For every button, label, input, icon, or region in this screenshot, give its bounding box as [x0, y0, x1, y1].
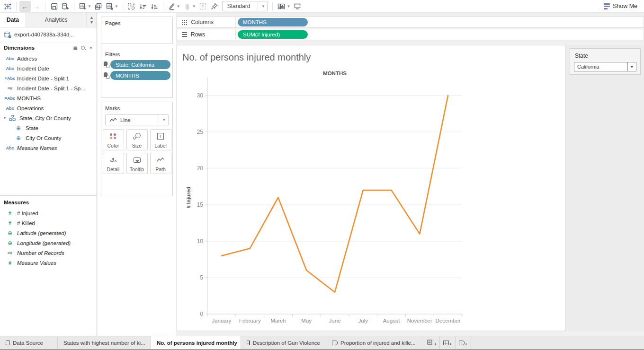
svg-text:March: March	[270, 318, 286, 324]
hierarchy-field-row[interactable]: ▼ State, City Or County	[0, 113, 97, 123]
tab-description-of-gun-violence[interactable]: Description of Gun Violence	[241, 336, 326, 349]
hierarchy-icon	[9, 115, 16, 121]
tab-no-of-persons-injured-monthly[interactable]: No. of persons injured monthly	[151, 336, 241, 349]
new-dashboard-tab-button[interactable]: +	[440, 336, 456, 349]
path-button[interactable]: Path	[150, 153, 171, 174]
fix-axes-pin-button[interactable]	[209, 1, 220, 12]
field-row[interactable]: AbcOperations	[0, 103, 97, 113]
toolbar-separator	[74, 2, 74, 11]
sort-descending-button[interactable]	[149, 1, 160, 12]
sort-ascending-button[interactable]	[137, 1, 149, 12]
field-row[interactable]: #Measure Values	[0, 258, 97, 268]
field-row[interactable]: =AbcMONTHS	[0, 93, 97, 103]
state-filter-dropdown[interactable]: California ▼	[574, 62, 636, 71]
svg-text:June: June	[329, 318, 341, 324]
svg-text:May: May	[301, 318, 312, 324]
undo-button[interactable]: ←	[19, 1, 31, 12]
color-button[interactable]: Color	[103, 129, 124, 150]
presentation-mode-button[interactable]	[292, 1, 303, 12]
pane-divider[interactable]	[0, 195, 97, 196]
tab-states-highest-killed[interactable]: States with highest number of ki...	[58, 336, 151, 349]
tooltip-button[interactable]: Tooltip	[126, 153, 148, 174]
new-worksheet-button[interactable]: ▼	[77, 1, 93, 12]
calculated-number-field-icon: =#	[3, 86, 17, 91]
new-worksheet-tab-button[interactable]: +	[424, 336, 440, 349]
field-row[interactable]: ## Injured	[0, 208, 97, 218]
clear-sheet-button[interactable]: ▼	[104, 1, 120, 12]
columns-pill-months[interactable]: MONTHS	[238, 18, 308, 26]
field-row[interactable]: ⊕Latitude (generated)	[0, 228, 97, 238]
field-row[interactable]: ⊕City Or County	[0, 133, 97, 143]
format-annotations-button[interactable]: ▼	[182, 1, 197, 12]
redo-button[interactable]: →	[31, 1, 42, 12]
tab-proportion-injured-killed[interactable]: Proportion of injured and kille...	[326, 336, 424, 349]
size-button[interactable]: Size	[126, 129, 148, 150]
new-story-tab-button[interactable]: +	[456, 336, 471, 349]
field-label: Incident Date	[17, 66, 49, 71]
field-row[interactable]: =AbcIncident Date - Split 1	[0, 73, 97, 83]
mark-button-label: Path	[155, 166, 166, 172]
mark-type-selector[interactable]: Line ▼	[105, 114, 169, 125]
field-label: MONTHS	[17, 96, 41, 101]
calculated-text-field-icon: =Abc	[3, 76, 17, 81]
pane-menu-icon[interactable]: ▼	[89, 46, 93, 50]
rows-shelf[interactable]: Rows SUM(# Injured)	[177, 29, 644, 40]
rows-pill-sum-injured[interactable]: SUM(# Injured)	[238, 30, 308, 39]
filters-card[interactable]: Filters State: California MONTHS	[101, 48, 173, 98]
svg-text:20: 20	[197, 165, 204, 172]
marks-card[interactable]: Marks Line ▼ Color Size T Label	[101, 102, 173, 196]
tab-data[interactable]: Data	[0, 13, 26, 27]
line-chart[interactable]: MONTHS051015202530JanuaryFebruaryMarchMa…	[177, 45, 565, 332]
tableau-app: ← → ▼ ▼ ▼	[0, 0, 644, 350]
field-row[interactable]: ⊕State	[0, 123, 97, 133]
svg-text:30: 30	[197, 92, 204, 99]
chevron-down-icon: ▼	[258, 1, 267, 11]
show-hide-cards-button[interactable]: ▼	[276, 1, 292, 12]
field-row[interactable]: =#Number of Records	[0, 248, 97, 258]
tab-analytics[interactable]: Analytics	[26, 13, 86, 27]
show-me-label: Show Me	[613, 3, 637, 9]
field-row[interactable]: AbcMeasure Names	[0, 143, 97, 153]
geo-field-icon: ⊕	[3, 230, 17, 236]
collapse-chevron-icon[interactable]: ▼	[3, 116, 9, 120]
field-row[interactable]: =#Incident Date - Split 1 - Sp...	[0, 83, 97, 93]
worksheet[interactable]: No. of persons injured monthly MONTHS051…	[177, 45, 566, 331]
view-as-list-icon[interactable]: ≣	[73, 44, 78, 51]
save-button[interactable]	[48, 1, 60, 12]
field-row[interactable]: AbcAddress	[0, 53, 97, 63]
label-button[interactable]: T Label	[150, 129, 171, 150]
geo-field-icon: ⊕	[11, 135, 26, 141]
field-label: Latitude (generated)	[17, 230, 66, 236]
search-icon[interactable]	[81, 46, 85, 50]
columns-shelf[interactable]: Columns MONTHS	[177, 17, 644, 28]
field-label: Longitude (generated)	[17, 240, 71, 246]
new-data-source-button[interactable]	[60, 1, 71, 12]
show-me-button[interactable]: Show Me	[604, 3, 642, 9]
field-row[interactable]: ## Killed	[0, 218, 97, 228]
text-box-button[interactable]	[197, 1, 209, 12]
state-filter-value: California	[574, 64, 627, 70]
number-field-icon: #	[3, 220, 17, 226]
tab-data-source[interactable]: Data Source	[0, 336, 58, 349]
pane-sort-icon[interactable]: ▲▼	[86, 13, 97, 27]
filters-title: Filters	[101, 48, 172, 59]
field-label: City Or County	[26, 135, 61, 141]
field-row[interactable]: AbcIncident Date	[0, 63, 97, 73]
data-source-item[interactable]: export-d407838a-334d...	[0, 27, 97, 42]
marks-buttons: Color Size T Label Detail Tooltip	[101, 129, 172, 174]
filter-pill-months[interactable]: MONTHS	[110, 71, 170, 80]
story-icon	[332, 341, 338, 345]
highlight-button[interactable]: ▼	[166, 1, 182, 12]
detail-button[interactable]: Detail	[103, 153, 124, 174]
number-field-icon: #	[3, 210, 17, 216]
fit-selector[interactable]: Standard ▼	[222, 1, 268, 11]
context-filter-icon	[104, 61, 109, 68]
field-label: State, City Or County	[19, 115, 71, 121]
filter-pill-state[interactable]: State: California	[110, 60, 170, 69]
columns-icon	[182, 20, 188, 25]
field-row[interactable]: ⊕Longitude (generated)	[0, 238, 97, 248]
mark-button-label: Label	[154, 143, 167, 149]
duplicate-sheet-button[interactable]	[93, 1, 104, 12]
swap-rows-columns-button[interactable]	[126, 1, 137, 12]
pages-card[interactable]: Pages	[101, 17, 173, 44]
